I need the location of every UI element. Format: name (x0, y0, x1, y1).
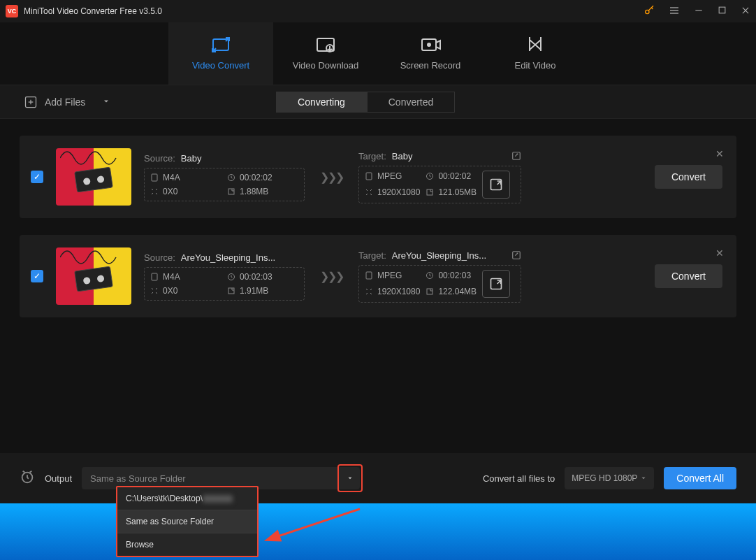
desktop-taskbar (0, 503, 756, 560)
title-bar: VC MiniTool Video Converter Free v3.5.0 (0, 0, 756, 22)
status-tabs: Converting Converted (276, 92, 455, 113)
svg-rect-31 (427, 289, 432, 294)
format-value: MPEG HD 1080P (572, 473, 637, 483)
source-props: M4A 00:02:02 0X0 1.88MB (144, 168, 305, 201)
convert-all-button[interactable]: Convert All (664, 467, 736, 489)
nav-label: Edit Video (514, 60, 555, 71)
src-format: M4A (163, 272, 180, 282)
add-files-label: Add Files (45, 96, 85, 108)
src-res: 0X0 (163, 187, 177, 196)
nav-edit-video[interactable]: Edit Video (483, 22, 588, 85)
source-label: Source: (144, 153, 175, 164)
target-settings-button[interactable] (482, 171, 510, 199)
svg-rect-18 (228, 189, 234, 194)
dropdown-item-same-as-source[interactable]: Same as Source Folder (117, 510, 257, 533)
svg-point-12 (428, 43, 430, 46)
tab-converted[interactable]: Converted (367, 92, 456, 113)
src-duration: 00:02:03 (240, 272, 272, 282)
close-button[interactable] (741, 6, 750, 17)
output-format-select[interactable]: MPEG HD 1080P (565, 467, 654, 489)
svg-rect-16 (152, 174, 157, 181)
footer-bar: Output Same as Source Folder Convert all… (0, 453, 756, 503)
app-title: MiniTool Video Converter Free v3.5.0 (24, 6, 638, 16)
add-files-button[interactable]: Add Files (24, 95, 110, 109)
convert-all-label: Convert all files to (483, 473, 555, 484)
target-settings-button[interactable] (482, 270, 510, 298)
src-duration: 00:02:02 (240, 173, 272, 182)
maximize-button[interactable] (718, 6, 727, 17)
download-icon (314, 36, 337, 53)
menu-icon[interactable] (669, 5, 680, 18)
nav-video-download[interactable]: Video Download (273, 22, 378, 85)
source-column: Source: AreYou_Sleeping_Ins... M4A 00:02… (144, 252, 305, 301)
source-label: Source: (144, 252, 175, 263)
schedule-icon[interactable] (20, 469, 35, 487)
chevron-down-icon[interactable] (340, 467, 360, 489)
target-name: AreYou_Sleeping_Ins... (392, 250, 486, 261)
source-name: AreYou_Sleeping_Ins... (181, 252, 275, 263)
svg-rect-5 (719, 7, 725, 13)
app-logo-icon: VC (6, 5, 18, 17)
arrow-icon: ❯❯❯ (317, 270, 346, 283)
target-props: MPEG 00:02:02 1920X1080 121.05MB (358, 166, 521, 203)
remove-item-icon[interactable]: ✕ (715, 247, 724, 259)
minimize-button[interactable] (694, 6, 704, 17)
convert-icon (210, 36, 232, 53)
tgt-res: 1920X1080 (377, 187, 420, 197)
conversion-item: ✓ Source: Baby M4A 00:02:02 0X0 1.88MB ❯… (20, 136, 736, 218)
tgt-duration: 00:02:03 (438, 271, 471, 280)
record-icon (419, 36, 442, 53)
target-props: MPEG 00:02:03 1920X1080 122.04MB (358, 265, 521, 303)
src-size: 1.91MB (240, 286, 268, 296)
remove-item-icon[interactable]: ✕ (715, 148, 724, 159)
convert-button[interactable]: Convert (655, 165, 722, 189)
conversion-list: ✓ Source: Baby M4A 00:02:02 0X0 1.88MB ❯… (0, 136, 756, 317)
tgt-duration: 00:02:02 (438, 171, 471, 181)
nav-label: Video Download (293, 60, 358, 71)
edit-icon (525, 36, 545, 53)
toolbar: Add Files Converting Converted (0, 85, 756, 119)
key-icon[interactable] (644, 5, 655, 18)
tgt-size: 122.04MB (438, 287, 477, 296)
svg-rect-28 (366, 272, 372, 279)
convert-button[interactable]: Convert (655, 264, 722, 288)
conversion-item: ✓ Source: AreYou_Sleeping_Ins... M4A 00:… (20, 235, 736, 317)
tgt-format: MPEG (377, 271, 402, 280)
dropdown-item-browse[interactable]: Browse (117, 533, 257, 556)
target-column: Target: Baby MPEG 00:02:02 1920X1080 121… (358, 151, 521, 203)
svg-rect-24 (152, 273, 157, 280)
target-label: Target: (358, 151, 386, 161)
nav-video-convert[interactable]: Video Convert (168, 22, 273, 85)
target-column: Target: AreYou_Sleeping_Ins... MPEG 00:0… (358, 250, 521, 303)
source-column: Source: Baby M4A 00:02:02 0X0 1.88MB (144, 153, 305, 201)
nav-label: Screen Record (400, 60, 461, 71)
source-name: Baby (181, 153, 202, 164)
svg-rect-20 (366, 173, 372, 180)
target-label: Target: (358, 250, 386, 261)
output-label: Output (45, 473, 72, 484)
svg-rect-19 (513, 152, 521, 160)
tab-converting[interactable]: Converting (276, 92, 367, 113)
tgt-size: 121.05MB (438, 187, 477, 197)
main-nav: Video Convert Video Download Screen Reco… (0, 22, 756, 85)
source-props: M4A 00:02:03 0X0 1.91MB (144, 267, 305, 301)
thumbnail (56, 247, 131, 305)
src-size: 1.88MB (240, 187, 268, 196)
src-format: M4A (163, 173, 180, 182)
svg-rect-27 (513, 252, 521, 259)
svg-rect-23 (427, 189, 432, 195)
tgt-format: MPEG (377, 171, 402, 181)
src-res: 0X0 (163, 286, 177, 296)
svg-rect-26 (228, 288, 234, 294)
item-checkbox[interactable]: ✓ (31, 270, 43, 282)
chevron-down-icon (102, 96, 110, 108)
dropdown-item-recent-path[interactable]: C:\Users\tk\Desktop\xxx (117, 487, 257, 510)
thumbnail (56, 148, 131, 206)
nav-screen-record[interactable]: Screen Record (378, 22, 483, 85)
edit-target-icon[interactable] (511, 151, 521, 161)
add-file-icon (24, 95, 38, 109)
item-checkbox[interactable]: ✓ (31, 171, 43, 183)
edit-target-icon[interactable] (511, 250, 521, 260)
target-name: Baby (392, 151, 413, 161)
output-dropdown: C:\Users\tk\Desktop\xxx Same as Source F… (116, 486, 259, 557)
